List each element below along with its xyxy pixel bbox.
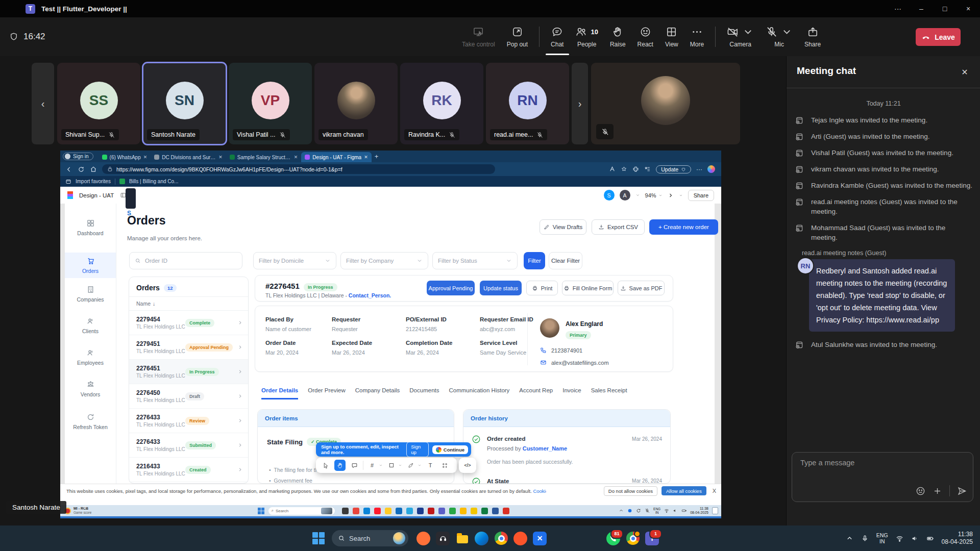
shared-taskbar-app-icon[interactable] [363, 508, 370, 514]
toolbar-mic-button[interactable]: Mic [761, 17, 797, 56]
start-button[interactable] [258, 508, 264, 514]
comment-tool[interactable] [349, 460, 360, 471]
text-tool[interactable]: T [425, 460, 436, 471]
deny-cookies-button[interactable]: Do not allow cookies [604, 486, 657, 496]
shared-taskbar-app-icon[interactable] [438, 508, 445, 514]
chevron-down-icon[interactable] [418, 463, 422, 467]
new-tab-button[interactable]: + [375, 153, 379, 160]
browser-tab[interactable]: DC Divisions and Surroundings✕ [151, 152, 226, 162]
search-box[interactable]: ⌕Search [268, 507, 335, 515]
video-tile[interactable]: VPVishal Patil ... [229, 63, 312, 144]
whatsapp-icon[interactable]: 81 [606, 532, 620, 545]
chat-close-icon[interactable]: ✕ [958, 65, 971, 79]
order-row[interactable]: 2276433TL Flex Holdings LLCReview [129, 409, 248, 433]
strip-next-button[interactable]: › [572, 63, 588, 144]
notification-icon[interactable] [712, 507, 718, 514]
cookie-settings-link[interactable]: Cookies settings [533, 488, 546, 494]
chevron-down-icon[interactable] [635, 193, 640, 197]
back-icon[interactable] [65, 166, 72, 173]
clock[interactable]: 11:3808-04-2025 [942, 531, 973, 546]
tab-invoice[interactable]: Invoice [562, 387, 581, 399]
send-icon[interactable] [957, 486, 967, 496]
filter-dropdown[interactable]: Filter by Domicile [253, 252, 336, 269]
home-icon[interactable] [90, 166, 97, 173]
export-csv-button[interactable]: Export CSV [592, 219, 645, 235]
toolbar-camera-button[interactable]: Camera [722, 17, 758, 56]
order-row[interactable]: 2276433TL Flex Holdings LLCSubmitted [129, 433, 248, 458]
sidebar-item-companies[interactable]: Companies [65, 285, 116, 303]
shared-taskbar-app-icon[interactable] [396, 508, 402, 514]
spotlight-tile[interactable] [591, 63, 740, 144]
battery-icon[interactable] [926, 535, 934, 542]
shared-taskbar-app-icon[interactable] [428, 508, 434, 514]
tab-company-details[interactable]: Company Details [355, 387, 400, 399]
filter-dropdown[interactable]: Filter by Status [432, 252, 518, 269]
minimize-icon[interactable]: – [910, 0, 933, 17]
browser-menu-icon[interactable]: ··· [696, 166, 702, 173]
chevron-down-icon[interactable] [398, 463, 402, 467]
tab-close-icon[interactable]: ✕ [143, 155, 148, 160]
figma-share-button[interactable]: Share [688, 190, 714, 201]
chat-message-list[interactable]: Today 11:21 Tejas Ingle was invited to t… [787, 93, 980, 446]
language-indicator[interactable]: ENGIN [876, 532, 888, 544]
shared-taskbar-app-icon[interactable] [481, 508, 488, 514]
chrome-icon[interactable] [494, 532, 508, 545]
print-button[interactable]: Print [526, 281, 558, 295]
battery-icon[interactable] [681, 508, 687, 513]
folder-icon[interactable] [455, 532, 469, 545]
order-row[interactable]: 2279454TL Flex Holdings LLCComplete [129, 311, 248, 335]
url-field[interactable]: https://www.figma.com/design/9BKQ0FOHRWa… [102, 164, 495, 174]
onedrive-icon[interactable] [627, 508, 632, 513]
video-tile[interactable]: SNSantosh Narate [143, 63, 226, 144]
approval-pending-button[interactable]: Approval Pending [427, 281, 475, 295]
wifi-icon[interactable] [896, 535, 903, 542]
tab-sales-receipt[interactable]: Sales Receipt [591, 387, 627, 399]
toolbar-share-button[interactable]: Share [800, 17, 825, 56]
chevron-down-icon[interactable] [742, 26, 754, 38]
toolbar-more-button[interactable]: More [685, 17, 708, 56]
headset-icon[interactable] [436, 532, 450, 545]
signup-button[interactable]: Sign up [406, 442, 429, 457]
contact-person-link[interactable]: Contact_Person. [349, 292, 391, 298]
window-more-icon[interactable]: ··· [886, 0, 910, 17]
import-favorites-link[interactable]: Import favorites [76, 179, 111, 184]
shared-taskbar-app-icon[interactable] [492, 508, 499, 514]
toolbar-chat-button[interactable]: Chat [546, 17, 568, 56]
browser-icon[interactable] [626, 532, 640, 545]
shared-taskbar-app-icon[interactable] [460, 508, 467, 514]
collaborator-avatar[interactable]: A [620, 190, 630, 201]
copilot-icon[interactable] [707, 165, 715, 173]
filter-button[interactable]: Filter [524, 252, 545, 269]
order-row[interactable]: 2276450TL Flex Holdings LLCDraft [129, 384, 248, 409]
filter-dropdown[interactable]: Filter by Company [340, 252, 428, 269]
frame-tool[interactable]: # [366, 460, 378, 471]
move-tool[interactable] [320, 460, 331, 471]
shared-taskbar-app-icon[interactable] [406, 508, 413, 514]
browser-tab[interactable]: Sample Salary Structure with calc✕ [226, 152, 302, 162]
browser-tab[interactable]: (6) WhatsApp✕ [99, 152, 151, 162]
toolbar-pop-out-button[interactable]: Pop out [502, 17, 532, 56]
language-indicator[interactable]: ENGIN [653, 507, 660, 514]
teams-icon[interactable]: T1 [645, 532, 659, 545]
order-row[interactable]: 2276451TL Flex Holdings LLCIn Progress [129, 360, 248, 384]
sidebar-item-vendors[interactable]: Vendors [65, 380, 116, 397]
hand-tool[interactable] [334, 460, 346, 471]
emoji-icon[interactable] [916, 486, 925, 496]
shared-taskbar-app-icon[interactable] [342, 508, 349, 514]
close-icon[interactable]: × [957, 0, 980, 17]
bookmark-link[interactable]: Bills | Billing and Co... [129, 179, 179, 184]
firefox-icon[interactable] [416, 532, 430, 545]
shared-taskbar-app-icon[interactable] [471, 508, 477, 514]
sync-icon[interactable] [636, 508, 641, 513]
cookie-close-icon[interactable]: X [713, 488, 716, 494]
figma-file-name[interactable]: Design - UAT [79, 192, 114, 198]
shared-taskbar-app-icon[interactable] [385, 508, 391, 514]
taskbar-widget[interactable]: MI - RCBGame score [64, 507, 91, 515]
pen-tool[interactable] [405, 460, 416, 471]
strip-prev-button[interactable]: ‹ [32, 63, 54, 144]
chevron-down-icon[interactable] [781, 26, 793, 38]
update-button[interactable]: Update [656, 165, 691, 173]
view-drafts-button[interactable]: View Drafts [540, 219, 586, 235]
shared-taskbar-app-icon[interactable] [503, 508, 509, 514]
collections-icon[interactable] [644, 166, 651, 172]
